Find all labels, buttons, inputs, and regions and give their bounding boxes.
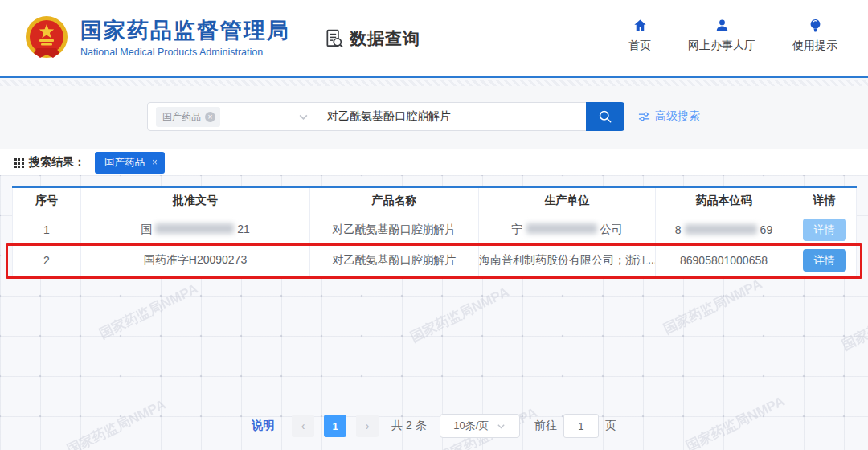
- category-tag-close-icon[interactable]: ×: [205, 112, 215, 122]
- advanced-search-label: 高级搜索: [655, 109, 700, 124]
- cell-detail: 详情: [792, 245, 857, 276]
- search-input[interactable]: [317, 102, 586, 131]
- goto-page-input[interactable]: [563, 414, 599, 438]
- nav-home-label: 首页: [628, 39, 651, 53]
- cell-drug-code: 869: [656, 215, 792, 245]
- nav-online-hall-label: 网上办事大厅: [688, 39, 755, 53]
- filter-sliders-icon: [638, 111, 650, 122]
- national-emblem-icon: [23, 14, 71, 63]
- home-icon: [633, 18, 648, 33]
- search-icon: [597, 108, 613, 125]
- note-link[interactable]: 说明: [252, 419, 274, 433]
- nav-usage-tips-label: 使用提示: [792, 39, 837, 53]
- results-bar: 搜索结果： 国产药品 ×: [0, 149, 868, 175]
- cell-manufacturer: 宁公司: [479, 215, 656, 245]
- watermark: 国家药监局NMPA: [661, 275, 765, 338]
- code-prefix: 8: [675, 223, 682, 236]
- cell-manufacturer: 海南普利制药股份有限公司；浙江...: [479, 245, 656, 276]
- nav-usage-tips[interactable]: 使用提示: [792, 18, 837, 53]
- result-filter-tag[interactable]: 国产药品 ×: [95, 152, 165, 174]
- table-header-row: 序号 批准文号 产品名称 生产单位 药品本位码 详情: [13, 187, 857, 215]
- col-header-detail: 详情: [792, 187, 857, 215]
- chevron-down-icon: [298, 112, 309, 122]
- watermark: 国家药监局NMPA: [839, 291, 868, 354]
- censored-block: [685, 224, 757, 235]
- result-tag-close-icon[interactable]: ×: [152, 157, 158, 168]
- pagination: 说明 ‹ 1 › 共 2 条 10条/页 前往 页: [0, 414, 868, 438]
- page: 国家药品监督管理局 National Medical Products Admi…: [0, 0, 868, 450]
- watermark: 国家药监局NMPA: [96, 280, 201, 343]
- org-subtitle: National Medical Products Administration: [80, 47, 290, 58]
- nav-home[interactable]: 首页: [628, 18, 651, 53]
- advanced-search-link[interactable]: 高级搜索: [638, 109, 700, 124]
- manufacturer-suffix: 公司: [600, 223, 623, 235]
- cell-drug-code: 86905801000658: [656, 245, 792, 276]
- top-nav: 首页 网上办事大厅 使用提示: [628, 18, 837, 53]
- org-titles: 国家药品监督管理局 National Medical Products Admi…: [80, 18, 290, 57]
- category-tag[interactable]: 国产药品 ×: [156, 107, 220, 127]
- detail-button[interactable]: 详情: [803, 219, 846, 241]
- results-label: 搜索结果：: [29, 155, 85, 170]
- header: 国家药品监督管理局 National Medical Products Admi…: [0, 0, 868, 78]
- current-page-button[interactable]: 1: [324, 415, 346, 437]
- approval-prefix: 国: [141, 223, 152, 235]
- cell-index: 2: [13, 245, 81, 276]
- page-size-label: 10条/页: [453, 419, 489, 433]
- cell-product-name: 对乙酰氨基酚口腔崩解片: [310, 215, 479, 245]
- lightbulb-icon: [808, 18, 823, 33]
- logo[interactable]: 国家药品监督管理局 National Medical Products Admi…: [23, 14, 290, 63]
- results-table: 序号 批准文号 产品名称 生产单位 药品本位码 详情 1 国21 对乙酰氨基酚口…: [12, 186, 857, 276]
- search-button[interactable]: [586, 102, 624, 131]
- total-count-label: 共 2 条: [391, 419, 427, 433]
- col-header-manufacturer: 生产单位: [479, 187, 656, 215]
- goto-page: 前往 页: [534, 414, 616, 438]
- table-row: 1 国21 对乙酰氨基酚口腔崩解片 宁公司 869 详情: [13, 215, 857, 245]
- header-hatch-band: [0, 80, 868, 86]
- cell-detail: 详情: [792, 215, 857, 245]
- page-size-select[interactable]: 10条/页: [440, 414, 520, 438]
- next-page-button[interactable]: ›: [356, 415, 379, 437]
- table-row-highlighted: 2 国药准字H20090273 对乙酰氨基酚口腔崩解片 海南普利制药股份有限公司…: [13, 245, 857, 276]
- category-select[interactable]: 国产药品 ×: [147, 102, 317, 131]
- prev-page-button[interactable]: ‹: [292, 415, 314, 437]
- content-area: 国家药监局NMPA 国家药监局NMPA 国家药监局NMPA 国家药监局NMPA …: [0, 175, 868, 450]
- approval-suffix: 21: [237, 223, 250, 235]
- data-query-icon: [324, 28, 345, 49]
- goto-suffix-label: 页: [605, 419, 616, 433]
- grid-icon: [14, 158, 25, 168]
- watermark: 国家药监局NMPA: [407, 283, 512, 346]
- col-header-index: 序号: [13, 187, 81, 215]
- col-header-product-name: 产品名称: [310, 187, 479, 215]
- user-icon: [714, 18, 730, 33]
- censored-block: [526, 223, 597, 234]
- results-table-wrap: 序号 批准文号 产品名称 生产单位 药品本位码 详情 1 国21 对乙酰氨基酚口…: [12, 186, 856, 276]
- detail-button[interactable]: 详情: [803, 249, 846, 272]
- category-tag-label: 国产药品: [162, 110, 201, 124]
- censored-block: [155, 223, 234, 234]
- cell-approval-no: 国药准字H20090273: [81, 245, 310, 276]
- col-header-drug-code: 药品本位码: [656, 187, 792, 215]
- cell-product-name: 对乙酰氨基酚口腔崩解片: [310, 245, 479, 276]
- cell-approval-no: 国21: [81, 215, 310, 245]
- code-suffix: 69: [760, 223, 773, 236]
- goto-label: 前往: [534, 419, 557, 433]
- org-title: 国家药品监督管理局: [80, 18, 290, 43]
- col-header-approval-no: 批准文号: [81, 187, 310, 215]
- nav-online-hall[interactable]: 网上办事大厅: [688, 18, 755, 53]
- app-title: 数据查询: [324, 27, 420, 50]
- result-filter-tag-label: 国产药品: [104, 156, 145, 170]
- chevron-down-icon: [497, 422, 506, 431]
- app-title-label: 数据查询: [350, 27, 420, 50]
- search-bar: 国产药品 × 高级搜索: [147, 102, 700, 131]
- manufacturer-prefix: 宁: [512, 223, 523, 235]
- cell-index: 1: [13, 215, 81, 245]
